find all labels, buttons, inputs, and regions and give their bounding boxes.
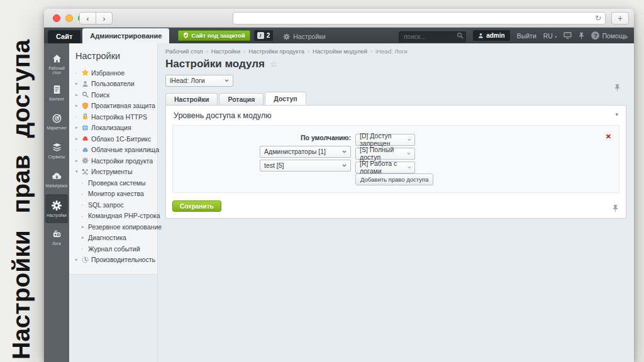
menu-item-label: Настройки продукта xyxy=(91,157,153,165)
menu-item-php-command-line[interactable]: Командная PHP-строка xyxy=(75,211,155,222)
user-icon xyxy=(478,33,484,38)
menu-item-diagnostics[interactable]: Диагностика xyxy=(75,233,155,244)
breadcrumb-link[interactable]: Настройки xyxy=(211,48,241,55)
collapse-section-icon[interactable] xyxy=(615,111,618,118)
language-selector[interactable]: RU xyxy=(543,32,557,40)
gear-icon xyxy=(51,200,62,211)
tab-settings[interactable]: Настройки xyxy=(165,93,218,105)
globe-icon xyxy=(82,124,91,131)
breadcrumb-link[interactable]: Рабочий стол xyxy=(165,48,203,55)
new-tab-button[interactable]: + xyxy=(611,12,629,25)
forward-button[interactable] xyxy=(96,12,113,25)
bullet-icon xyxy=(82,214,88,218)
menu-item-https-settings[interactable]: Настройка HTTPS xyxy=(75,111,155,123)
user-menu-button[interactable]: admin xyxy=(473,30,509,41)
search-input[interactable] xyxy=(399,31,466,42)
back-button[interactable] xyxy=(79,12,96,25)
menu-item-performance[interactable]: Производительность xyxy=(75,255,155,266)
question-icon: ? xyxy=(591,31,599,40)
pin-form-icon[interactable] xyxy=(614,84,620,92)
menu-item-bitrix-cloud[interactable]: Облако 1С-Битрикс xyxy=(75,133,155,145)
settings-menu-panel: Настройки Избранное Пользователи Поиск xyxy=(69,43,158,362)
menu-item-label: Облако 1С-Битрикс xyxy=(91,135,151,143)
breadcrumb-link[interactable]: Настройки модулей xyxy=(313,48,367,55)
menu-item-favorites[interactable]: Избранное xyxy=(75,67,155,79)
menu-item-proactive-protection[interactable]: Проактивная защита xyxy=(75,101,155,112)
tab-access[interactable]: Доступ xyxy=(265,92,306,105)
menu-item-quality-monitor[interactable]: Монитор качества xyxy=(75,189,155,200)
help-button[interactable]: ? Помощь xyxy=(591,31,628,40)
menu-item-system-check[interactable]: Проверка системы xyxy=(75,177,155,189)
rail-item-services[interactable]: Сервисы xyxy=(45,136,68,165)
minimize-window-button[interactable] xyxy=(65,14,73,22)
rail-item-label: Сервисы xyxy=(45,155,68,160)
header-settings-button[interactable]: Настройки xyxy=(283,33,326,40)
menu-item-cloud-storages[interactable]: Облачные хранилища xyxy=(75,145,155,156)
breadcrumb-separator-icon xyxy=(243,48,245,55)
address-bar[interactable] xyxy=(233,12,606,25)
access-level-select[interactable]: [R] Работа с логами xyxy=(355,162,415,173)
desktop-view-icon[interactable] xyxy=(564,32,572,39)
module-select[interactable]: iHead: Логи xyxy=(165,75,233,87)
home-icon xyxy=(52,53,62,64)
chevron-down-icon xyxy=(342,150,347,153)
group-select[interactable]: Администраторы [1] xyxy=(260,146,351,158)
menu-item-tools[interactable]: Инструменты xyxy=(75,167,155,178)
menu-item-localization[interactable]: Локализация xyxy=(75,123,155,134)
admin-body: Рабочий стол Контент Маркетинг Сервисы M… xyxy=(44,43,634,362)
rail-item-logs[interactable]: Логи xyxy=(45,223,68,252)
rail-item-content[interactable]: Контент xyxy=(45,79,68,107)
site-tab[interactable]: Сайт xyxy=(48,30,80,43)
breadcrumb-link[interactable]: Настройки продукта xyxy=(248,48,304,55)
user-name: admin xyxy=(486,32,504,39)
menu-item-sql-query[interactable]: SQL запрос xyxy=(75,199,155,211)
rail-item-label: Marketplace xyxy=(45,184,68,189)
pin-panel-icon[interactable] xyxy=(579,32,584,40)
expand-arrow-icon xyxy=(75,136,82,141)
expand-arrow-icon xyxy=(75,257,82,262)
breadcrumb-current: iHead: Логи xyxy=(375,48,407,55)
refresh-icon[interactable] xyxy=(595,14,601,23)
administration-tab[interactable]: Администрирование xyxy=(82,28,169,43)
tab-rotation[interactable]: Ротация xyxy=(219,93,264,105)
menu-item-search[interactable]: Поиск xyxy=(75,89,155,101)
chevron-down-icon xyxy=(407,152,411,155)
lock-icon xyxy=(82,113,91,120)
rail-item-desktop[interactable]: Рабочий стол xyxy=(45,50,68,79)
target-icon xyxy=(52,113,62,124)
favorite-star-icon[interactable] xyxy=(270,59,278,69)
menu-item-label: Настройка HTTPS xyxy=(91,113,147,121)
close-window-button[interactable] xyxy=(53,14,60,22)
save-button[interactable]: Сохранить xyxy=(172,200,221,212)
rail-item-settings[interactable]: Настройки xyxy=(45,194,68,223)
notifications-badge[interactable]: i 2 xyxy=(254,30,274,41)
gear-icon xyxy=(283,33,290,40)
expand-arrow-icon xyxy=(75,103,82,108)
rail-item-marketing[interactable]: Маркетинг xyxy=(45,107,68,136)
logout-link[interactable]: Выйти xyxy=(517,32,536,40)
breadcrumb-separator-icon xyxy=(370,48,372,55)
header-search xyxy=(399,30,466,41)
top-bar-right: admin Выйти RU ? Помощь xyxy=(399,28,628,43)
bullet-icon xyxy=(82,192,88,196)
page-title: Настройки модуля xyxy=(165,58,265,70)
menu-item-backup[interactable]: Резервное копирование xyxy=(75,221,155,233)
menu-item-label: Пользователи xyxy=(91,80,135,87)
menu-item-event-log[interactable]: Журнал событий xyxy=(75,243,155,255)
rail-item-marketplace[interactable]: Marketplace xyxy=(45,165,68,194)
expand-arrow-icon xyxy=(75,158,82,163)
delete-row-button[interactable] xyxy=(606,133,611,140)
menu-item-users[interactable]: Пользователи xyxy=(75,79,155,90)
cloud-blue-icon xyxy=(82,146,91,153)
menu-item-product-settings[interactable]: Настройки продукта xyxy=(75,155,155,167)
menu-item-label: Диагностика xyxy=(88,234,126,241)
pin-buttons-icon[interactable] xyxy=(613,204,618,212)
browser-titlebar: + xyxy=(44,9,634,28)
rail-item-label: Рабочий стол xyxy=(45,66,68,75)
access-rights-form: По умолчанию: [D] Доступ запрещен Админи… xyxy=(172,125,619,193)
document-icon xyxy=(52,84,62,95)
expand-arrow-icon xyxy=(82,224,88,229)
site-protected-button[interactable]: Сайт под защитой xyxy=(178,30,250,41)
add-access-right-button[interactable]: Добавить право доступа xyxy=(355,173,433,185)
group-select[interactable]: test [5] xyxy=(260,160,351,172)
